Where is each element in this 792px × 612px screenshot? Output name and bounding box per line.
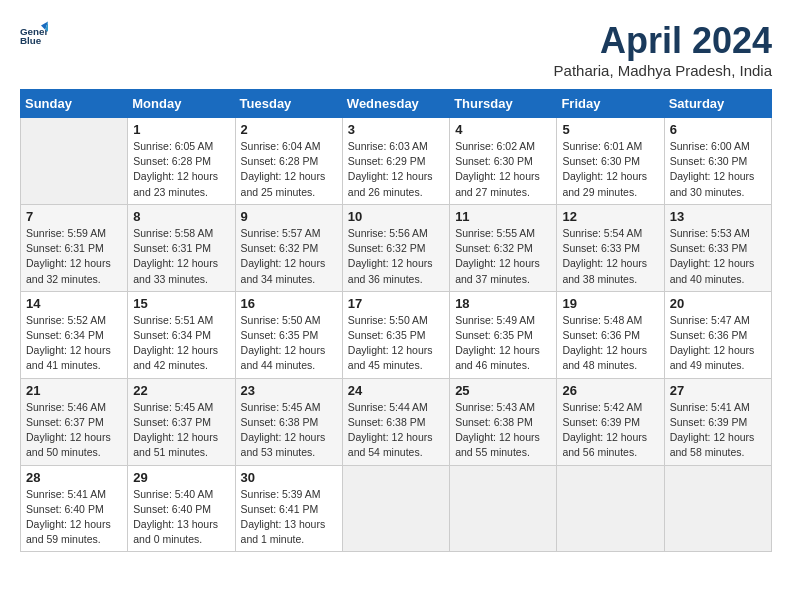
daylight-text: Daylight: 12 hours and 25 minutes. [241, 170, 326, 197]
daylight-text: Daylight: 12 hours and 42 minutes. [133, 344, 218, 371]
day-number: 2 [241, 122, 337, 137]
calendar-day-cell: 12Sunrise: 5:54 AMSunset: 6:33 PMDayligh… [557, 204, 664, 291]
day-info: Sunrise: 6:00 AMSunset: 6:30 PMDaylight:… [670, 139, 766, 200]
day-number: 20 [670, 296, 766, 311]
calendar-day-cell: 27Sunrise: 5:41 AMSunset: 6:39 PMDayligh… [664, 378, 771, 465]
day-info: Sunrise: 5:50 AMSunset: 6:35 PMDaylight:… [241, 313, 337, 374]
day-number: 26 [562, 383, 658, 398]
calendar-day-cell: 11Sunrise: 5:55 AMSunset: 6:32 PMDayligh… [450, 204, 557, 291]
calendar-day-cell: 1Sunrise: 6:05 AMSunset: 6:28 PMDaylight… [128, 118, 235, 205]
sunset-text: Sunset: 6:30 PM [455, 155, 533, 167]
calendar-day-cell: 6Sunrise: 6:00 AMSunset: 6:30 PMDaylight… [664, 118, 771, 205]
calendar-week-row: 14Sunrise: 5:52 AMSunset: 6:34 PMDayligh… [21, 291, 772, 378]
sunset-text: Sunset: 6:29 PM [348, 155, 426, 167]
sunset-text: Sunset: 6:38 PM [348, 416, 426, 428]
calendar-day-cell: 10Sunrise: 5:56 AMSunset: 6:32 PMDayligh… [342, 204, 449, 291]
sunrise-text: Sunrise: 5:56 AM [348, 227, 428, 239]
calendar-day-cell [342, 465, 449, 552]
calendar-day-cell [557, 465, 664, 552]
day-number: 21 [26, 383, 122, 398]
day-info: Sunrise: 5:57 AMSunset: 6:32 PMDaylight:… [241, 226, 337, 287]
sunset-text: Sunset: 6:33 PM [562, 242, 640, 254]
calendar-day-cell: 5Sunrise: 6:01 AMSunset: 6:30 PMDaylight… [557, 118, 664, 205]
sunset-text: Sunset: 6:35 PM [241, 329, 319, 341]
calendar-week-row: 21Sunrise: 5:46 AMSunset: 6:37 PMDayligh… [21, 378, 772, 465]
calendar-day-cell: 15Sunrise: 5:51 AMSunset: 6:34 PMDayligh… [128, 291, 235, 378]
daylight-text: Daylight: 12 hours and 36 minutes. [348, 257, 433, 284]
title-block: April 2024 Patharia, Madhya Pradesh, Ind… [554, 20, 772, 79]
weekday-header-cell: Sunday [21, 90, 128, 118]
sunrise-text: Sunrise: 5:54 AM [562, 227, 642, 239]
svg-text:Blue: Blue [20, 35, 42, 46]
sunrise-text: Sunrise: 5:46 AM [26, 401, 106, 413]
day-number: 6 [670, 122, 766, 137]
daylight-text: Daylight: 12 hours and 34 minutes. [241, 257, 326, 284]
daylight-text: Daylight: 12 hours and 26 minutes. [348, 170, 433, 197]
daylight-text: Daylight: 12 hours and 29 minutes. [562, 170, 647, 197]
sunrise-text: Sunrise: 5:50 AM [241, 314, 321, 326]
daylight-text: Daylight: 12 hours and 30 minutes. [670, 170, 755, 197]
sunset-text: Sunset: 6:37 PM [26, 416, 104, 428]
day-number: 25 [455, 383, 551, 398]
day-number: 1 [133, 122, 229, 137]
day-info: Sunrise: 6:04 AMSunset: 6:28 PMDaylight:… [241, 139, 337, 200]
day-info: Sunrise: 6:05 AMSunset: 6:28 PMDaylight:… [133, 139, 229, 200]
sunrise-text: Sunrise: 5:51 AM [133, 314, 213, 326]
day-info: Sunrise: 5:56 AMSunset: 6:32 PMDaylight:… [348, 226, 444, 287]
sunset-text: Sunset: 6:31 PM [26, 242, 104, 254]
sunrise-text: Sunrise: 6:03 AM [348, 140, 428, 152]
sunset-text: Sunset: 6:31 PM [133, 242, 211, 254]
sunrise-text: Sunrise: 5:40 AM [133, 488, 213, 500]
weekday-header-row: SundayMondayTuesdayWednesdayThursdayFrid… [21, 90, 772, 118]
sunset-text: Sunset: 6:36 PM [670, 329, 748, 341]
day-number: 8 [133, 209, 229, 224]
day-info: Sunrise: 5:47 AMSunset: 6:36 PMDaylight:… [670, 313, 766, 374]
calendar-day-cell: 2Sunrise: 6:04 AMSunset: 6:28 PMDaylight… [235, 118, 342, 205]
weekday-header-cell: Monday [128, 90, 235, 118]
day-info: Sunrise: 5:42 AMSunset: 6:39 PMDaylight:… [562, 400, 658, 461]
day-number: 22 [133, 383, 229, 398]
daylight-text: Daylight: 12 hours and 55 minutes. [455, 431, 540, 458]
day-info: Sunrise: 5:40 AMSunset: 6:40 PMDaylight:… [133, 487, 229, 548]
calendar-day-cell [450, 465, 557, 552]
day-number: 24 [348, 383, 444, 398]
sunrise-text: Sunrise: 5:39 AM [241, 488, 321, 500]
weekday-header-cell: Friday [557, 90, 664, 118]
calendar-day-cell [21, 118, 128, 205]
day-number: 11 [455, 209, 551, 224]
sunrise-text: Sunrise: 6:02 AM [455, 140, 535, 152]
daylight-text: Daylight: 12 hours and 54 minutes. [348, 431, 433, 458]
sunset-text: Sunset: 6:39 PM [562, 416, 640, 428]
sunrise-text: Sunrise: 5:41 AM [670, 401, 750, 413]
calendar-week-row: 28Sunrise: 5:41 AMSunset: 6:40 PMDayligh… [21, 465, 772, 552]
calendar-day-cell [664, 465, 771, 552]
day-info: Sunrise: 5:39 AMSunset: 6:41 PMDaylight:… [241, 487, 337, 548]
sunrise-text: Sunrise: 6:04 AM [241, 140, 321, 152]
calendar-day-cell: 23Sunrise: 5:45 AMSunset: 6:38 PMDayligh… [235, 378, 342, 465]
day-info: Sunrise: 6:01 AMSunset: 6:30 PMDaylight:… [562, 139, 658, 200]
sunrise-text: Sunrise: 6:01 AM [562, 140, 642, 152]
month-title: April 2024 [554, 20, 772, 62]
day-info: Sunrise: 5:58 AMSunset: 6:31 PMDaylight:… [133, 226, 229, 287]
daylight-text: Daylight: 12 hours and 38 minutes. [562, 257, 647, 284]
calendar-week-row: 1Sunrise: 6:05 AMSunset: 6:28 PMDaylight… [21, 118, 772, 205]
sunset-text: Sunset: 6:34 PM [26, 329, 104, 341]
daylight-text: Daylight: 12 hours and 23 minutes. [133, 170, 218, 197]
day-number: 16 [241, 296, 337, 311]
day-number: 29 [133, 470, 229, 485]
sunrise-text: Sunrise: 5:52 AM [26, 314, 106, 326]
sunrise-text: Sunrise: 5:53 AM [670, 227, 750, 239]
calendar-day-cell: 3Sunrise: 6:03 AMSunset: 6:29 PMDaylight… [342, 118, 449, 205]
calendar-day-cell: 21Sunrise: 5:46 AMSunset: 6:37 PMDayligh… [21, 378, 128, 465]
calendar-day-cell: 4Sunrise: 6:02 AMSunset: 6:30 PMDaylight… [450, 118, 557, 205]
daylight-text: Daylight: 12 hours and 51 minutes. [133, 431, 218, 458]
daylight-text: Daylight: 12 hours and 48 minutes. [562, 344, 647, 371]
page-header: General Blue April 2024 Patharia, Madhya… [20, 20, 772, 79]
daylight-text: Daylight: 12 hours and 27 minutes. [455, 170, 540, 197]
sunset-text: Sunset: 6:28 PM [133, 155, 211, 167]
sunrise-text: Sunrise: 5:50 AM [348, 314, 428, 326]
calendar-day-cell: 8Sunrise: 5:58 AMSunset: 6:31 PMDaylight… [128, 204, 235, 291]
day-info: Sunrise: 5:44 AMSunset: 6:38 PMDaylight:… [348, 400, 444, 461]
day-number: 18 [455, 296, 551, 311]
daylight-text: Daylight: 12 hours and 41 minutes. [26, 344, 111, 371]
